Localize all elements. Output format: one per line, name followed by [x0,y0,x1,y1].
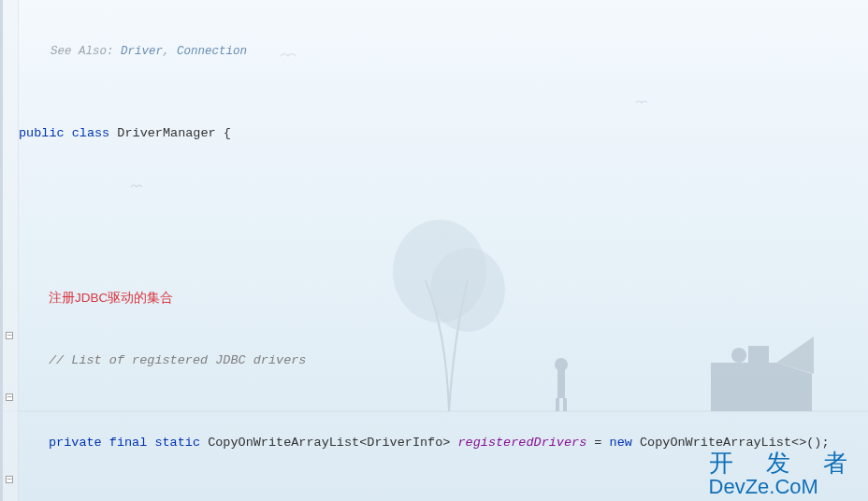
class-declaration: public class DriverManager { [19,123,868,144]
fold-marker[interactable] [6,332,13,339]
annotation-registered-drivers: 注册JDBC驱动的集合 [19,288,868,309]
code-editor-area[interactable]: See Also: Driver, Connection public clas… [19,0,868,501]
see-also-line: See Also: Driver, Connection [19,41,868,62]
field-registeredDrivers: private final static CopyOnWriteArrayLis… [19,433,868,453]
comment-list: // List of registered JDBC drivers [19,351,868,371]
fold-marker[interactable] [6,394,13,401]
gutter-stripe [0,0,3,501]
fold-marker[interactable] [6,476,13,483]
editor-gutter [0,0,19,501]
